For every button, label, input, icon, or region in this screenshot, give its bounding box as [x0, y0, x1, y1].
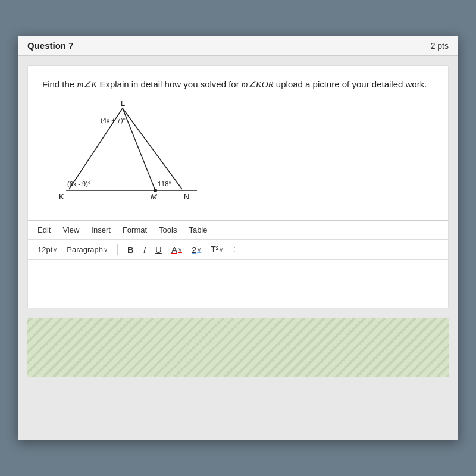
svg-line-3 [123, 108, 155, 190]
font-size-group: 12pt ∨ [35, 244, 60, 255]
bold-btn[interactable]: B [125, 243, 136, 256]
content-area: Find the m∠K Explain in detail how you s… [27, 65, 449, 308]
font-color-label: A [171, 245, 177, 255]
question-header: Question 7 2 pts [18, 36, 458, 56]
superscript-btn[interactable]: T² ∨ [208, 243, 226, 255]
menu-edit[interactable]: Edit [37, 226, 51, 234]
question-points: 2 pts [431, 41, 449, 51]
question-math1: m∠K [77, 80, 97, 89]
question-text-part2: Explain in detail how you solved for [97, 79, 242, 89]
question-math2: m∠KOR [242, 80, 274, 89]
highlight-label: 2 [192, 245, 196, 255]
toolbar-separator-1 [117, 244, 118, 255]
font-size-chevron: ∨ [53, 246, 57, 253]
menu-insert[interactable]: Insert [91, 226, 111, 234]
underline-label: U [155, 245, 162, 255]
label-top-angle: (4x + 7)° [101, 117, 126, 124]
triangle-diagram: L (4x + 7)° (6x - 9)° 118° K M N [54, 101, 221, 208]
paragraph-chevron: ∨ [104, 246, 108, 253]
more-btn[interactable]: : [233, 244, 235, 255]
striped-decoration [27, 318, 449, 377]
paragraph-group: Paragraph ∨ [64, 244, 110, 255]
font-size-btn[interactable]: 12pt ∨ [35, 244, 60, 255]
highlight-chevron: ∨ [197, 246, 201, 253]
paragraph-btn[interactable]: Paragraph ∨ [64, 244, 110, 255]
font-color-chevron: ∨ [178, 246, 182, 253]
label-n: N [184, 192, 189, 201]
superscript-chevron: ∨ [219, 246, 223, 253]
question-text: Find the m∠K Explain in detail how you s… [42, 78, 434, 92]
question-text-part1: Find the [42, 79, 77, 89]
question-title: Question 7 [27, 40, 74, 51]
menu-view[interactable]: View [62, 226, 79, 234]
highlight-btn[interactable]: 2 ∨ [189, 243, 203, 256]
text-input-area[interactable] [28, 260, 448, 308]
editor-area: Edit View Insert Format Tools Table 12pt… [28, 220, 448, 308]
menu-tools[interactable]: Tools [159, 226, 177, 234]
question-text-part3: upload a picture of your detailed work. [274, 79, 427, 89]
underline-btn[interactable]: U [153, 243, 164, 256]
toolbar: 12pt ∨ Paragraph ∨ B I [28, 240, 448, 260]
label-l: L [121, 101, 125, 108]
font-size-label: 12pt [37, 245, 52, 254]
menu-bar: Edit View Insert Format Tools Table [28, 221, 448, 240]
menu-table[interactable]: Table [189, 226, 207, 234]
svg-line-1 [123, 108, 182, 189]
screen: Question 7 2 pts Find the m∠K Explain in… [18, 36, 458, 440]
italic-btn[interactable]: I [141, 243, 148, 256]
menu-format[interactable]: Format [123, 226, 147, 234]
label-m: M [151, 192, 157, 201]
label-k: K [59, 192, 64, 201]
label-bottom-left-angle: (6x - 9)° [67, 180, 90, 187]
superscript-label: T² [211, 245, 218, 254]
font-color-btn[interactable]: A ∨ [169, 243, 184, 256]
label-118: 118° [158, 180, 171, 187]
paragraph-label: Paragraph [67, 245, 103, 254]
